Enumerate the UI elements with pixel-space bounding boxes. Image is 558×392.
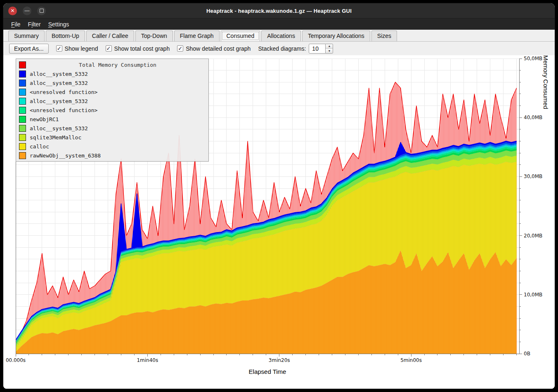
legend-entry: <unresolved function> (19, 106, 206, 115)
tab-bottom-up[interactable]: Bottom-Up (46, 31, 85, 41)
y-tick-label: 40,0MB (524, 114, 542, 121)
spin-down-button[interactable]: ▼ (326, 49, 333, 53)
legend-label: alloc__system_5332 (30, 71, 88, 77)
x-tick-label: 3min20s (261, 357, 298, 363)
legend-entry: alloc__system_5332 (19, 78, 206, 87)
checkbox-label: Show detailed cost graph (186, 45, 251, 52)
y-tick-label: 20,0MB (524, 232, 542, 239)
legend-swatch-total (19, 61, 26, 68)
checkbox-label: Show total cost graph (114, 45, 170, 52)
x-axis-title: Elapsed Time (206, 368, 329, 375)
legend-swatch (19, 125, 26, 132)
tab-consumed[interactable]: Consumed (221, 31, 260, 41)
tab-allocations[interactable]: Allocations (261, 31, 301, 41)
close-icon: ✕ (10, 8, 14, 13)
y-tick-label: 10,0MB (524, 291, 542, 298)
checkbox-box[interactable]: ✓ (106, 45, 112, 52)
export-as-button[interactable]: Export As... (9, 44, 49, 54)
legend-title-row: Total Memory Consumption (19, 60, 206, 69)
stacked-diagrams-label: Stacked diagrams: (258, 45, 306, 52)
tab-flame-graph[interactable]: Flame Graph (174, 31, 220, 41)
menu-filter[interactable]: Filter (24, 20, 45, 29)
legend-entry: alloc__system_5332 (19, 69, 206, 78)
menu-bar: FileFilterSettings (3, 18, 555, 30)
chart-panel: Total Memory Consumptionalloc__system_53… (3, 55, 555, 389)
x-tick-label: 5min00s (392, 357, 430, 363)
app-window: ✕ — Heaptrack - heaptrack.wakunode.1.gz … (3, 3, 555, 389)
tab-caller-callee[interactable]: Caller / Callee (86, 31, 134, 41)
legend-entry: sqlite3MemMalloc (19, 133, 206, 142)
checkbox-box[interactable]: ✓ (177, 45, 183, 52)
y-tick-label: 30,0MB (524, 173, 542, 180)
legend-swatch (19, 143, 26, 150)
spin-up-button[interactable]: ▲ (326, 44, 333, 49)
maximize-button[interactable] (37, 7, 46, 15)
maximize-icon (40, 9, 44, 13)
legend-swatch (19, 107, 26, 114)
legend-swatch (19, 70, 26, 77)
legend-title: Total Memory Consumption (30, 62, 206, 68)
chart-legend: Total Memory Consumptionalloc__system_53… (16, 59, 209, 162)
toolbar-checkboxes: ✓Show legend✓Show total cost graph✓Show … (56, 45, 251, 52)
minimize-icon: — (25, 8, 30, 13)
checkbox-box[interactable]: ✓ (56, 45, 62, 52)
checkbox-show-detailed-cost-graph[interactable]: ✓Show detailed cost graph (177, 45, 251, 52)
legend-swatch (19, 98, 26, 105)
legend-entry: rawNewObj__system_6388 (19, 151, 206, 160)
legend-entry: newObjRC1 (19, 115, 206, 124)
menu-file[interactable]: File (7, 20, 24, 29)
spinbox-arrows: ▲ ▼ (326, 44, 333, 54)
checkbox-show-legend[interactable]: ✓Show legend (56, 45, 98, 52)
legend-entry: alloc__system_5332 (19, 124, 206, 133)
minimize-button[interactable]: — (23, 7, 31, 15)
tab-summary[interactable]: Summary (8, 31, 45, 41)
legend-label: <unresolved function> (30, 89, 97, 95)
y-tick-label: 50,0MB (524, 55, 542, 62)
legend-entry: calloc (19, 142, 206, 151)
window-controls: ✕ — (8, 3, 46, 18)
legend-label: alloc__system_5332 (30, 98, 88, 104)
legend-swatch (19, 134, 26, 141)
tab-temporary-allocations[interactable]: Temporary Allocations (302, 31, 370, 41)
legend-swatch (19, 152, 26, 159)
legend-label: calloc (30, 143, 49, 150)
legend-label: <unresolved function> (30, 107, 97, 113)
close-button[interactable]: ✕ (8, 7, 17, 15)
tab-bar: SummaryBottom-UpCaller / CalleeTop-DownF… (3, 30, 555, 42)
toolbar: Export As... ✓Show legend✓Show total cos… (3, 42, 555, 55)
y-tick-label: 0B (524, 350, 530, 357)
stacked-diagrams-spinbox[interactable]: 10 ▲ ▼ (309, 44, 333, 54)
x-tick-label: 1min40s (129, 357, 166, 363)
tab-top-down[interactable]: Top-Down (135, 31, 173, 41)
legend-swatch (19, 80, 26, 87)
legend-label: alloc__system_5332 (30, 80, 88, 86)
window-title: Heaptrack - heaptrack.wakunode.1.gz — He… (3, 8, 555, 14)
legend-label: alloc__system_5332 (30, 125, 88, 131)
legend-entry: alloc__system_5332 (19, 96, 206, 106)
tab-sizes[interactable]: Sizes (371, 31, 397, 41)
x-tick-label: 00.000s (3, 357, 34, 363)
stacked-diagrams-control: Stacked diagrams: 10 ▲ ▼ (258, 44, 333, 54)
title-bar: ✕ — Heaptrack - heaptrack.wakunode.1.gz … (3, 3, 555, 18)
checkbox-show-total-cost-graph[interactable]: ✓Show total cost graph (106, 45, 170, 52)
checkbox-label: Show legend (65, 45, 98, 52)
y-axis-title: Memory Consumed (542, 55, 549, 360)
legend-label: newObjRC1 (30, 116, 59, 122)
legend-label: sqlite3MemMalloc (30, 134, 81, 141)
legend-entry: <unresolved function> (19, 87, 206, 96)
stacked-diagrams-value[interactable]: 10 (309, 44, 326, 54)
legend-swatch (19, 116, 26, 123)
legend-label: rawNewObj__system_6388 (30, 153, 101, 159)
legend-swatch (19, 89, 26, 96)
menu-settings[interactable]: Settings (45, 20, 73, 29)
